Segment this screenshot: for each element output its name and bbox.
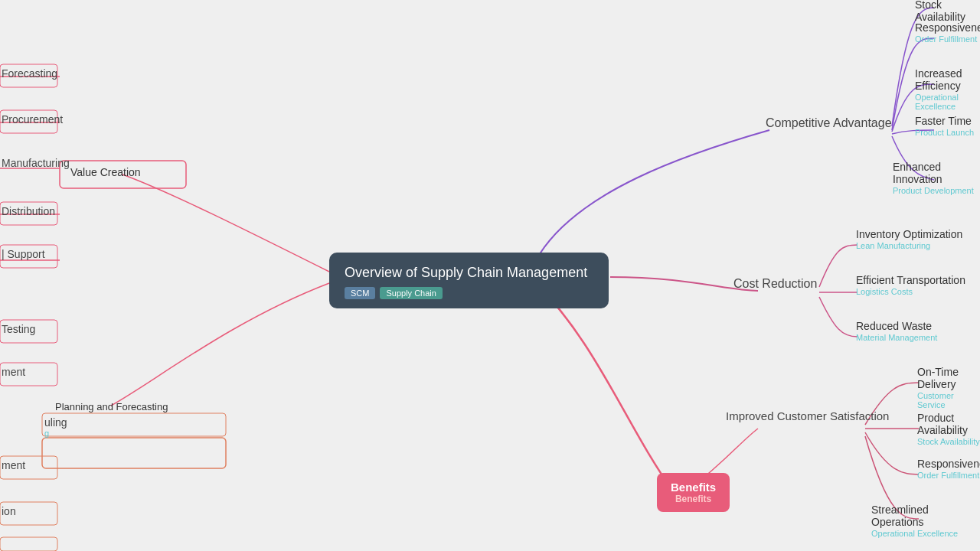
enhanced-innovation[interactable]: Enhanced Innovation Product Development	[893, 161, 980, 195]
benefits-label: Benefits	[671, 481, 716, 494]
competitive-advantage-node[interactable]: Competitive Advantage	[766, 116, 892, 130]
streamlined-operations[interactable]: Streamlined Operations Operational Excel…	[871, 504, 980, 538]
left-uling: uling g	[44, 416, 67, 438]
benefits-node[interactable]: Benefits Benefits	[657, 473, 730, 512]
left-distribution: Distribution	[2, 205, 55, 217]
left-ion: ion	[2, 505, 16, 517]
left-ment2: ment	[2, 459, 25, 471]
left-procurement: Procurement	[2, 113, 63, 126]
stock-availability[interactable]: Stock Availability	[915, 0, 980, 24]
mind-map-canvas: Overview of Supply Chain Management SCM …	[0, 0, 980, 551]
reduced-waste[interactable]: Reduced Waste Material Management	[856, 320, 937, 342]
product-availability[interactable]: Product Availability Stock Availability	[917, 412, 980, 446]
inventory-optimization[interactable]: Inventory Optimization Lean Manufacturin…	[856, 228, 962, 250]
left-support: | Support	[2, 248, 45, 260]
responsiveness[interactable]: Responsiveness Order Fulfillment	[915, 21, 980, 44]
customer-satisfaction-node[interactable]: Improved Customer Satisfaction	[726, 409, 889, 422]
left-forecasting: Forecasting	[2, 67, 57, 80]
increased-efficiency[interactable]: Increased Efficiency Operational Excelle…	[915, 67, 980, 111]
central-tags: SCM Supply Chain	[345, 287, 593, 299]
faster-time[interactable]: Faster Time Product Launch	[915, 115, 974, 137]
tag-supply[interactable]: Supply Chain	[380, 287, 442, 299]
tag-scm[interactable]: SCM	[345, 287, 375, 299]
left-ment: ment	[2, 366, 25, 378]
svg-rect-13	[42, 413, 226, 436]
responsiveness-customer[interactable]: Responsiveness Order Fulfillment	[917, 458, 980, 480]
efficient-transportation[interactable]: Efficient Transportation Logistics Costs	[856, 274, 965, 296]
svg-rect-16	[0, 537, 57, 551]
cost-reduction-node[interactable]: Cost Reduction	[733, 277, 817, 291]
central-node[interactable]: Overview of Supply Chain Management SCM …	[329, 253, 609, 308]
on-time-delivery[interactable]: On-Time Delivery Customer Service	[917, 366, 980, 409]
left-testing: Testing	[2, 323, 35, 335]
benefits-sub: Benefits	[671, 494, 716, 504]
svg-rect-6	[42, 438, 226, 468]
planning-node[interactable]: Planning and Forecasting	[47, 398, 175, 416]
left-manufacturing: Manufacturing	[2, 157, 70, 169]
central-title: Overview of Supply Chain Management	[345, 265, 593, 281]
value-creation-node[interactable]: Value Creation	[63, 163, 149, 181]
